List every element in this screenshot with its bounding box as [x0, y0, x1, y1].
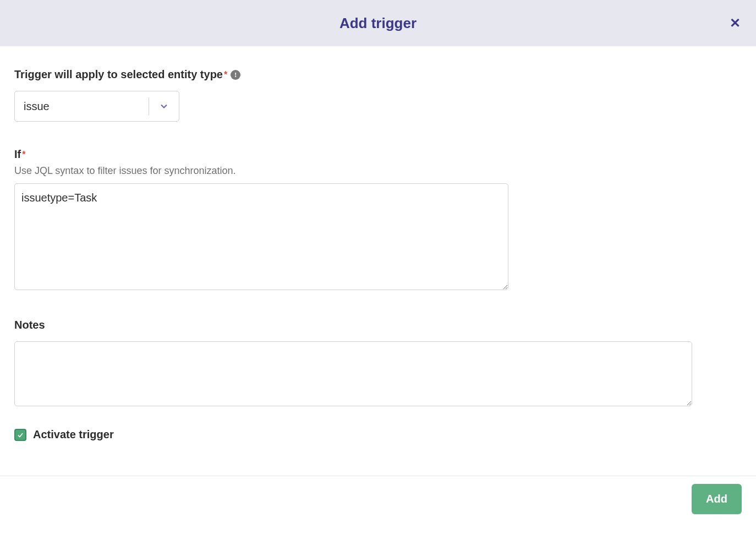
- modal-body: Trigger will apply to selected entity ty…: [0, 46, 756, 446]
- info-icon[interactable]: !: [231, 70, 240, 80]
- entity-type-section: Trigger will apply to selected entity ty…: [14, 68, 742, 122]
- close-button[interactable]: ✕: [730, 17, 741, 30]
- notes-label: Notes: [14, 319, 742, 331]
- chevron-down-icon: [149, 101, 179, 112]
- entity-type-value: issue: [15, 100, 149, 113]
- activate-checkbox[interactable]: [14, 429, 26, 441]
- modal-title: Add trigger: [339, 15, 417, 32]
- add-button[interactable]: Add: [692, 484, 742, 514]
- activate-row: Activate trigger: [14, 428, 742, 441]
- check-icon: [17, 431, 24, 439]
- entity-type-select[interactable]: issue: [14, 91, 179, 122]
- required-indicator: *: [224, 70, 227, 80]
- notes-input[interactable]: [14, 341, 692, 406]
- modal-footer: Add: [0, 476, 756, 514]
- activate-label: Activate trigger: [33, 428, 114, 441]
- if-label-row: If *: [14, 148, 742, 161]
- if-label: If: [14, 148, 21, 161]
- entity-type-label-row: Trigger will apply to selected entity ty…: [14, 68, 742, 81]
- entity-type-label: Trigger will apply to selected entity ty…: [14, 68, 223, 81]
- if-section: If * Use JQL syntax to filter issues for…: [14, 148, 742, 292]
- required-indicator: *: [22, 150, 25, 160]
- notes-section: Notes: [14, 319, 742, 408]
- if-help-text: Use JQL syntax to filter issues for sync…: [14, 165, 742, 177]
- jql-input[interactable]: [14, 183, 508, 290]
- modal-header: Add trigger ✕: [0, 0, 756, 46]
- close-icon: ✕: [730, 15, 741, 30]
